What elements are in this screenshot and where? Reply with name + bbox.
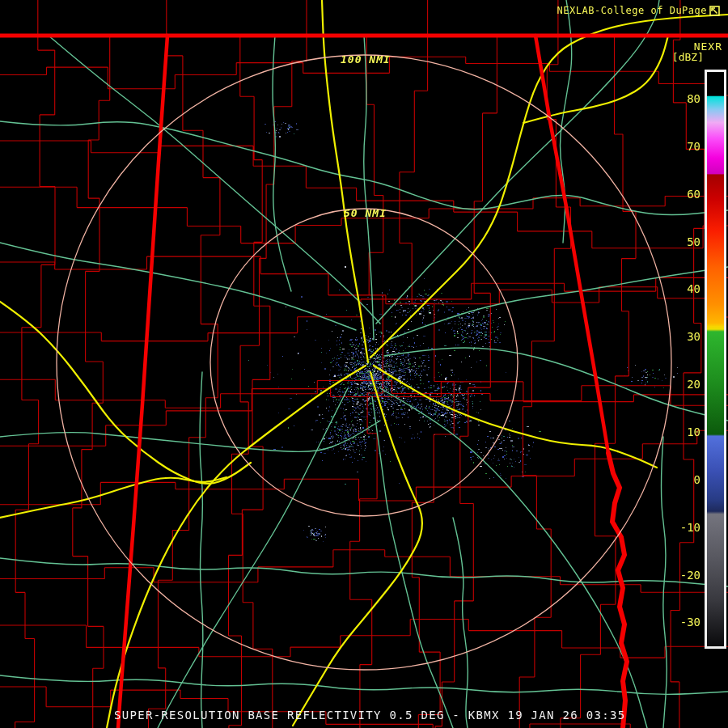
map-overlay-layer — [0, 0, 728, 728]
colorbar-tick-label: 40 — [687, 281, 700, 296]
radar-viewport: 100 NMI 50 NMI NEXLAB-College of DuPage … — [0, 0, 728, 728]
interstate-highways-segment — [0, 477, 226, 518]
colorbar-tick-label: 70 — [687, 139, 700, 154]
secondary-roads-segment — [376, 0, 659, 324]
secondary-roads-segment — [0, 421, 380, 451]
product-title: SUPER-RESOLUTION BASE REFLECTIVITY 0.5 D… — [114, 709, 625, 722]
colorbar-tick-label: 60 — [687, 187, 700, 201]
credit-text: NEXLAB-College of DuPage — [557, 5, 707, 16]
secondary-roads-segment — [0, 675, 728, 694]
reflectivity-colorbar — [705, 70, 726, 649]
range-ring-label-100nmi: 100 NMI — [341, 53, 391, 66]
secondary-roads-segment — [372, 396, 453, 728]
range-ring-label-50nmi: 50 NMI — [344, 207, 387, 219]
secondary-roads-segment — [273, 36, 291, 291]
units-label: [dBZ] — [672, 51, 704, 63]
interstate-highways-segment — [107, 366, 366, 728]
interstate-highways-segment — [523, 36, 668, 123]
colorbar-tick-label: 80 — [687, 91, 700, 106]
interstate-highways-segment — [374, 366, 657, 468]
credit-line: NEXLAB-College of DuPage — [557, 5, 720, 16]
secondary-roads-segment — [49, 36, 380, 324]
secondary-roads-segment — [384, 348, 728, 421]
state-borders-segment — [118, 36, 167, 728]
interstate-highways — [0, 0, 728, 728]
colorbar-gradient — [707, 72, 724, 646]
colorbar-tick-label: 20 — [687, 377, 700, 392]
colorbar-tick-label: 30 — [687, 329, 700, 344]
state-borders-segment — [535, 36, 608, 453]
secondary-roads-segment — [453, 518, 468, 728]
colorbar-tick-label: -30 — [680, 615, 700, 629]
colorbar-tick-label: 0 — [694, 472, 700, 487]
secondary-roads-segment — [662, 437, 667, 728]
secondary-roads-segment — [200, 372, 203, 728]
colorbar-tick-label: -20 — [680, 568, 700, 582]
corner-arrow-icon — [709, 6, 720, 16]
state-borders-segment — [608, 453, 627, 728]
colorbar-tick-label: 10 — [687, 425, 700, 439]
colorbar-tick-label: -10 — [680, 520, 700, 535]
colorbar-tick-label: 50 — [687, 235, 700, 249]
interstate-highways-segment — [293, 372, 422, 726]
